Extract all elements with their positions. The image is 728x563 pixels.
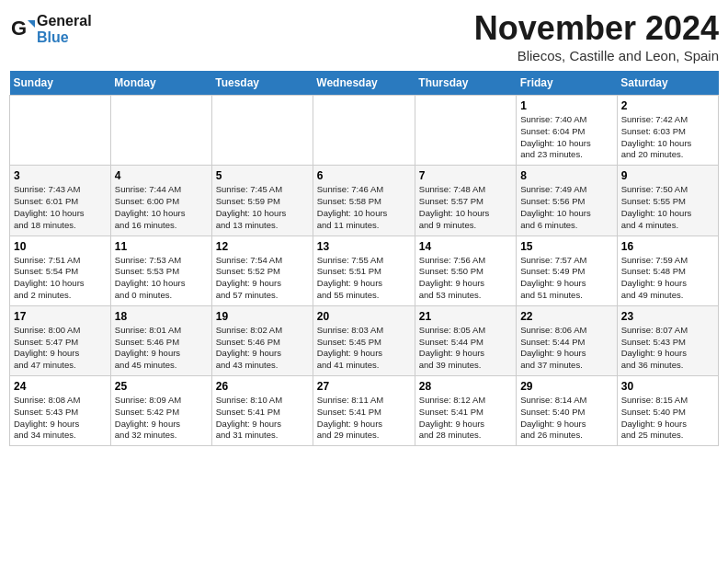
calendar-cell <box>415 96 516 166</box>
calendar-header-row: SundayMondayTuesdayWednesdayThursdayFrid… <box>10 71 719 96</box>
calendar-cell: 27Sunrise: 8:11 AM Sunset: 5:41 PM Dayli… <box>313 376 415 446</box>
calendar-cell: 29Sunrise: 8:14 AM Sunset: 5:40 PM Dayli… <box>517 376 618 446</box>
calendar-cell <box>110 96 211 166</box>
day-number: 26 <box>216 380 309 393</box>
month-title: November 2024 <box>474 9 719 48</box>
day-info: Sunrise: 7:46 AM Sunset: 5:58 PM Dayligh… <box>317 184 411 231</box>
calendar-cell: 30Sunrise: 8:15 AM Sunset: 5:40 PM Dayli… <box>617 376 718 446</box>
day-number: 10 <box>14 240 107 253</box>
day-number: 21 <box>419 310 512 323</box>
day-header-wednesday: Wednesday <box>313 71 415 96</box>
svg-text:G: G <box>11 17 27 40</box>
calendar-cell: 13Sunrise: 7:55 AM Sunset: 5:51 PM Dayli… <box>313 236 415 305</box>
day-number: 9 <box>621 169 714 182</box>
calendar-cell: 2Sunrise: 7:42 AM Sunset: 6:03 PM Daylig… <box>617 96 718 166</box>
day-info: Sunrise: 7:43 AM Sunset: 6:01 PM Dayligh… <box>14 184 107 231</box>
calendar-cell: 5Sunrise: 7:45 AM Sunset: 5:59 PM Daylig… <box>211 166 313 236</box>
day-info: Sunrise: 8:00 AM Sunset: 5:47 PM Dayligh… <box>14 325 107 372</box>
calendar-cell: 16Sunrise: 7:59 AM Sunset: 5:48 PM Dayli… <box>617 236 718 305</box>
day-info: Sunrise: 7:49 AM Sunset: 5:56 PM Dayligh… <box>520 184 613 231</box>
calendar-cell: 28Sunrise: 8:12 AM Sunset: 5:41 PM Dayli… <box>415 376 516 446</box>
calendar-cell: 23Sunrise: 8:07 AM Sunset: 5:43 PM Dayli… <box>617 305 718 375</box>
header: G General Blue November 2024 Bliecos, Ca… <box>9 9 719 63</box>
calendar-cell: 26Sunrise: 8:10 AM Sunset: 5:41 PM Dayli… <box>211 376 313 446</box>
day-header-friday: Friday <box>517 71 618 96</box>
day-info: Sunrise: 7:48 AM Sunset: 5:57 PM Dayligh… <box>419 184 512 231</box>
day-info: Sunrise: 8:02 AM Sunset: 5:46 PM Dayligh… <box>216 325 309 372</box>
calendar-cell: 24Sunrise: 8:08 AM Sunset: 5:43 PM Dayli… <box>10 376 111 446</box>
calendar-week-4: 24Sunrise: 8:08 AM Sunset: 5:43 PM Dayli… <box>10 376 719 446</box>
day-info: Sunrise: 7:59 AM Sunset: 5:48 PM Dayligh… <box>621 255 714 302</box>
day-info: Sunrise: 8:14 AM Sunset: 5:40 PM Dayligh… <box>520 395 613 442</box>
calendar-cell: 14Sunrise: 7:56 AM Sunset: 5:50 PM Dayli… <box>415 236 516 305</box>
calendar-cell: 4Sunrise: 7:44 AM Sunset: 6:00 PM Daylig… <box>110 166 211 236</box>
calendar-cell: 15Sunrise: 7:57 AM Sunset: 5:49 PM Dayli… <box>517 236 618 305</box>
logo-line1: General <box>37 13 92 29</box>
day-number: 23 <box>621 310 714 323</box>
day-number: 22 <box>520 310 613 323</box>
day-header-sunday: Sunday <box>10 71 111 96</box>
day-info: Sunrise: 7:44 AM Sunset: 6:00 PM Dayligh… <box>115 184 208 231</box>
day-info: Sunrise: 7:54 AM Sunset: 5:52 PM Dayligh… <box>216 255 309 302</box>
calendar-cell: 19Sunrise: 8:02 AM Sunset: 5:46 PM Dayli… <box>211 305 313 375</box>
day-number: 20 <box>317 310 411 323</box>
calendar-cell: 21Sunrise: 8:05 AM Sunset: 5:44 PM Dayli… <box>415 305 516 375</box>
calendar-cell: 20Sunrise: 8:03 AM Sunset: 5:45 PM Dayli… <box>313 305 415 375</box>
calendar-cell: 12Sunrise: 7:54 AM Sunset: 5:52 PM Dayli… <box>211 236 313 305</box>
day-number: 18 <box>115 310 208 323</box>
day-info: Sunrise: 7:56 AM Sunset: 5:50 PM Dayligh… <box>419 255 512 302</box>
calendar-cell: 11Sunrise: 7:53 AM Sunset: 5:53 PM Dayli… <box>110 236 211 305</box>
calendar-cell: 1Sunrise: 7:40 AM Sunset: 6:04 PM Daylig… <box>517 96 618 166</box>
day-info: Sunrise: 7:42 AM Sunset: 6:03 PM Dayligh… <box>621 114 714 161</box>
day-number: 13 <box>317 240 411 253</box>
day-info: Sunrise: 8:09 AM Sunset: 5:42 PM Dayligh… <box>115 395 208 442</box>
day-info: Sunrise: 8:11 AM Sunset: 5:41 PM Dayligh… <box>317 395 411 442</box>
calendar-cell: 10Sunrise: 7:51 AM Sunset: 5:54 PM Dayli… <box>10 236 111 305</box>
day-number: 30 <box>621 380 714 393</box>
calendar-cell <box>211 96 313 166</box>
day-info: Sunrise: 7:55 AM Sunset: 5:51 PM Dayligh… <box>317 255 411 302</box>
calendar-cell: 22Sunrise: 8:06 AM Sunset: 5:44 PM Dayli… <box>517 305 618 375</box>
calendar-cell <box>313 96 415 166</box>
day-info: Sunrise: 8:07 AM Sunset: 5:43 PM Dayligh… <box>621 325 714 372</box>
day-number: 8 <box>520 169 613 182</box>
day-header-tuesday: Tuesday <box>211 71 313 96</box>
day-info: Sunrise: 7:53 AM Sunset: 5:53 PM Dayligh… <box>115 255 208 302</box>
calendar-cell: 25Sunrise: 8:09 AM Sunset: 5:42 PM Dayli… <box>110 376 211 446</box>
day-info: Sunrise: 7:51 AM Sunset: 5:54 PM Dayligh… <box>14 255 107 302</box>
day-header-thursday: Thursday <box>415 71 516 96</box>
day-number: 25 <box>115 380 208 393</box>
calendar-cell <box>10 96 111 166</box>
calendar-table: SundayMondayTuesdayWednesdayThursdayFrid… <box>9 71 719 446</box>
day-info: Sunrise: 8:05 AM Sunset: 5:44 PM Dayligh… <box>419 325 512 372</box>
calendar-cell: 17Sunrise: 8:00 AM Sunset: 5:47 PM Dayli… <box>10 305 111 375</box>
calendar-cell: 6Sunrise: 7:46 AM Sunset: 5:58 PM Daylig… <box>313 166 415 236</box>
day-info: Sunrise: 7:40 AM Sunset: 6:04 PM Dayligh… <box>520 114 613 161</box>
day-info: Sunrise: 7:57 AM Sunset: 5:49 PM Dayligh… <box>520 255 613 302</box>
calendar-cell: 8Sunrise: 7:49 AM Sunset: 5:56 PM Daylig… <box>517 166 618 236</box>
day-number: 4 <box>115 169 208 182</box>
calendar-cell: 3Sunrise: 7:43 AM Sunset: 6:01 PM Daylig… <box>10 166 111 236</box>
day-info: Sunrise: 8:01 AM Sunset: 5:46 PM Dayligh… <box>115 325 208 372</box>
day-info: Sunrise: 7:50 AM Sunset: 5:55 PM Dayligh… <box>621 184 714 231</box>
calendar-week-2: 10Sunrise: 7:51 AM Sunset: 5:54 PM Dayli… <box>10 236 719 305</box>
day-number: 16 <box>621 240 714 253</box>
day-number: 19 <box>216 310 309 323</box>
day-number: 17 <box>14 310 107 323</box>
calendar-cell: 18Sunrise: 8:01 AM Sunset: 5:46 PM Dayli… <box>110 305 211 375</box>
day-number: 15 <box>520 240 613 253</box>
calendar-week-1: 3Sunrise: 7:43 AM Sunset: 6:01 PM Daylig… <box>10 166 719 236</box>
day-header-monday: Monday <box>110 71 211 96</box>
logo-line2: Blue <box>37 29 92 46</box>
day-number: 24 <box>14 380 107 393</box>
day-header-saturday: Saturday <box>617 71 718 96</box>
day-info: Sunrise: 8:08 AM Sunset: 5:43 PM Dayligh… <box>14 395 107 442</box>
day-number: 7 <box>419 169 512 182</box>
day-info: Sunrise: 8:03 AM Sunset: 5:45 PM Dayligh… <box>317 325 411 372</box>
calendar-body: 1Sunrise: 7:40 AM Sunset: 6:04 PM Daylig… <box>10 96 719 446</box>
day-number: 14 <box>419 240 512 253</box>
day-number: 27 <box>317 380 411 393</box>
location-subtitle: Bliecos, Castille and Leon, Spain <box>474 48 719 63</box>
day-number: 3 <box>14 169 107 182</box>
title-area: November 2024 Bliecos, Castille and Leon… <box>474 9 719 63</box>
